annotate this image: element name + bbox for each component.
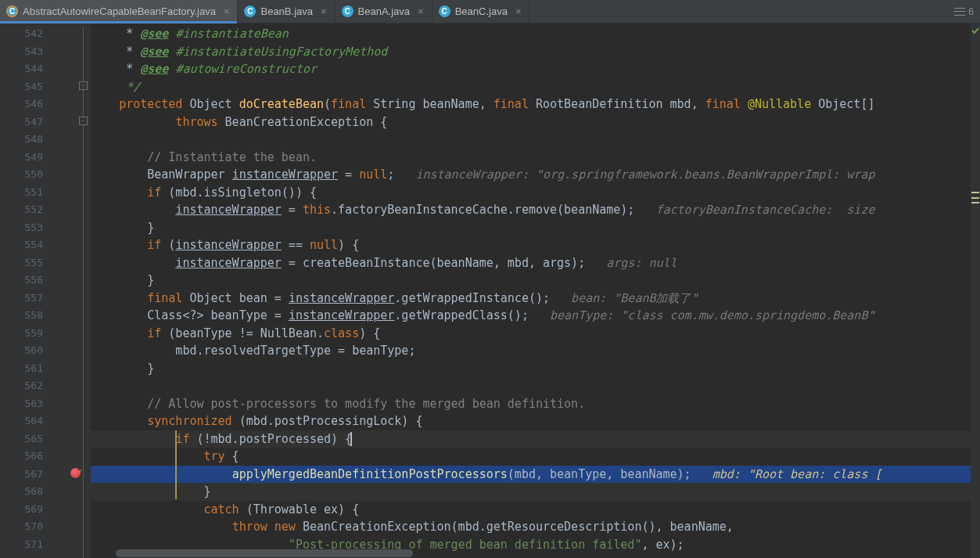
line-number: 542 <box>0 25 43 43</box>
line-number: 563 <box>0 395 43 413</box>
code-line[interactable] <box>91 131 980 149</box>
code-line[interactable]: instanceWrapper = this.factoryBeanInstan… <box>91 201 980 219</box>
scroll-marker-bar[interactable] <box>971 23 980 558</box>
code-line[interactable]: } <box>91 483 980 501</box>
line-number: 550 <box>0 166 43 184</box>
code-line[interactable]: // Instantiate the bean. <box>91 149 980 167</box>
line-number: 554 <box>0 236 43 254</box>
line-number: 553 <box>0 219 43 237</box>
line-number: 543 <box>0 43 43 61</box>
line-number: 560 <box>0 342 43 360</box>
line-number-gutter: 5425435445455465475485495505515525535545… <box>0 23 59 558</box>
code-line[interactable]: */ <box>91 78 980 96</box>
line-number: 565 <box>0 430 43 448</box>
breakpoint-icon[interactable]: ✓ <box>70 468 81 478</box>
close-icon[interactable]: × <box>224 5 230 17</box>
code-line[interactable]: // Allow post-processors to modify the m… <box>91 395 980 413</box>
line-number: 546 <box>0 95 43 113</box>
code-line[interactable]: * @see #autowireConstructor <box>91 60 980 78</box>
line-number: 567 <box>0 466 43 484</box>
tabbar-overflow[interactable]: 6 <box>954 0 980 23</box>
gutter-marks: −−✓ <box>59 23 91 558</box>
code-editor[interactable]: 5425435445455465475485495505515525535545… <box>0 23 980 558</box>
line-number: 564 <box>0 412 43 430</box>
code-line[interactable]: Class<?> beanType = instanceWrapper.getW… <box>91 307 980 325</box>
tab-file-0[interactable]: C AbstractAutowireCapableBeanFactory.jav… <box>0 0 238 23</box>
code-line[interactable]: try { <box>91 448 980 466</box>
tab-label: BeanA.java <box>358 5 411 17</box>
tab-file-3[interactable]: C BeanC.java × <box>433 0 530 23</box>
line-number: 552 <box>0 201 43 219</box>
line-number: 551 <box>0 184 43 202</box>
java-class-icon: C <box>439 5 451 17</box>
code-line[interactable]: } <box>91 272 980 290</box>
scrollbar-thumb[interactable] <box>116 549 413 557</box>
line-number: 545 <box>0 78 43 96</box>
code-line[interactable]: if (beanType != NullBean.class) { <box>91 325 980 343</box>
line-number: 571 <box>0 536 43 554</box>
indent-guide-active <box>175 430 177 499</box>
line-number: 548 <box>0 131 43 149</box>
tab-label: AbstractAutowireCapableBeanFactory.java <box>23 5 216 17</box>
fold-toggle-icon[interactable]: − <box>79 117 88 125</box>
analysis-ok-icon <box>971 27 979 34</box>
hamburger-icon <box>954 8 965 16</box>
code-line[interactable]: protected Object doCreateBean(final Stri… <box>91 95 980 113</box>
tab-file-1[interactable]: C BeanB.java × <box>238 0 335 23</box>
line-number: 556 <box>0 272 43 290</box>
java-class-icon: C <box>342 5 354 17</box>
code-line[interactable]: synchronized (mbd.postProcessingLock) { <box>91 412 980 430</box>
line-number: 561 <box>0 360 43 378</box>
code-line[interactable]: applyMergedBeanDefinitionPostProcessors(… <box>91 466 980 484</box>
code-line[interactable]: instanceWrapper = createBeanInstance(bea… <box>91 254 980 272</box>
java-class-icon: C <box>244 5 256 17</box>
code-line[interactable]: throw new BeanCreationException(mbd.getR… <box>91 518 980 536</box>
close-icon[interactable]: × <box>515 5 522 17</box>
code-line[interactable]: catch (Throwable ex) { <box>91 501 980 519</box>
scroll-tick[interactable] <box>971 202 979 203</box>
code-line[interactable]: } <box>91 360 980 378</box>
code-area[interactable]: * @see #instantiateBean * @see #instanti… <box>91 23 980 558</box>
java-class-icon: C <box>6 5 18 17</box>
line-number: 566 <box>0 448 43 466</box>
line-number: 557 <box>0 290 43 308</box>
code-line[interactable]: } <box>91 219 980 237</box>
close-icon[interactable]: × <box>418 5 424 17</box>
line-number: 569 <box>0 501 43 519</box>
code-line[interactable]: if (instanceWrapper == null) { <box>91 236 980 254</box>
line-number: 570 <box>0 518 43 536</box>
line-number: 544 <box>0 60 43 78</box>
code-line[interactable]: if (!mbd.postProcessed) { <box>91 430 980 448</box>
code-line[interactable]: throws BeanCreationException { <box>91 113 980 131</box>
editor-tabbar: C AbstractAutowireCapableBeanFactory.jav… <box>0 0 980 23</box>
scroll-tick[interactable] <box>971 197 979 199</box>
code-line[interactable]: if (mbd.isSingleton()) { <box>91 184 980 202</box>
tab-label: BeanB.java <box>260 5 313 17</box>
line-number: 562 <box>0 377 43 395</box>
line-number: 568 <box>0 483 43 501</box>
code-line[interactable]: * @see #instantiateUsingFactoryMethod <box>91 43 980 61</box>
code-line[interactable]: * @see #instantiateBean <box>91 25 980 43</box>
check-icon: ✓ <box>78 466 83 475</box>
text-caret <box>350 432 352 446</box>
code-line[interactable] <box>91 377 980 395</box>
close-icon[interactable]: × <box>321 5 327 17</box>
line-number: 558 <box>0 307 43 325</box>
horizontal-scrollbar[interactable] <box>91 549 951 558</box>
code-line[interactable]: BeanWrapper instanceWrapper = null; inst… <box>91 166 980 184</box>
tab-overflow-count: 6 <box>968 6 974 17</box>
line-number: 547 <box>0 113 43 131</box>
scroll-tick[interactable] <box>971 192 979 193</box>
code-line[interactable]: final Object bean = instanceWrapper.getW… <box>91 290 980 308</box>
code-line[interactable]: mbd.resolvedTargetType = beanType; <box>91 342 980 360</box>
line-number: 549 <box>0 149 43 167</box>
tab-label: BeanC.java <box>455 5 508 17</box>
fold-toggle-icon[interactable]: − <box>79 81 88 90</box>
tab-file-2[interactable]: C BeanA.java × <box>336 0 433 23</box>
line-number <box>0 553 43 558</box>
line-number: 559 <box>0 325 43 343</box>
line-number: 555 <box>0 254 43 272</box>
